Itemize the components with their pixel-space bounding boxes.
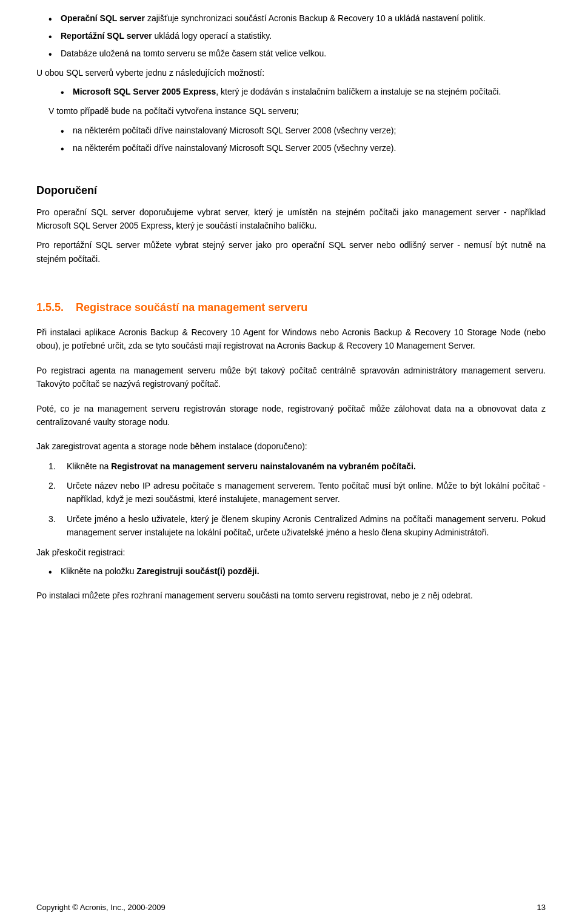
numbered-item-1: 1. Klikněte na Registrovat na management… <box>48 460 546 473</box>
footer-copyright: Copyright © Acronis, Inc., 2000-2009 <box>36 903 166 912</box>
nested-bullet-list: na některém počítači dříve nainstalovaný… <box>36 124 546 155</box>
nested-bullet2-text: na některém počítači dříve nainstalovaný… <box>73 143 396 153</box>
skip-bullet-list: Klikněte na položku Zaregistruji součást… <box>36 565 546 578</box>
opening-bullet-list: Operační SQL server zajišťuje synchroniz… <box>36 12 546 60</box>
section-para2: Po registraci agenta na management serve… <box>36 364 546 391</box>
footer: Copyright © Acronis, Inc., 2000-2009 13 <box>36 903 546 912</box>
skip-bullet-bold: Zaregistruji součást(i) později. <box>136 566 259 576</box>
sub-bullet1-rest: , který je dodáván s instalačním balíčke… <box>216 87 501 96</box>
numbered-list: 1. Klikněte na Registrovat na management… <box>36 460 546 540</box>
numbered-item1-text: Klikněte na <box>67 461 111 471</box>
num-3: 3. <box>48 512 56 526</box>
numbered-item-3: 3. Určete jméno a heslo uživatele, který… <box>48 512 546 540</box>
doporuceni-title: Doporučení <box>36 182 546 199</box>
page-container: Operační SQL server zajišťuje synchroniz… <box>0 0 582 924</box>
bullet2-rest: ukládá logy operací a statistiky. <box>152 31 272 41</box>
section-title: Registrace součástí na management server… <box>76 301 307 313</box>
bullet-item-1: Operační SQL server zajišťuje synchroniz… <box>48 12 546 25</box>
bullet1-bold: Operační SQL server <box>61 13 145 23</box>
section-para4: Jak zaregistrovat agenta a storage node … <box>36 440 546 453</box>
skip-bullet-item: Klikněte na položku Zaregistruji součást… <box>48 565 546 578</box>
nested-bullet-1: na některém počítači dříve nainstalovaný… <box>61 124 546 137</box>
bullet-item-3: Databáze uložená na tomto serveru se můž… <box>48 47 546 60</box>
numbered-item-2: 2. Určete název nebo IP adresu počítače … <box>48 479 546 506</box>
bullet3-text: Databáze uložená na tomto serveru se můž… <box>61 49 326 58</box>
num-1: 1. <box>48 460 56 473</box>
sub-bullet1-bold: Microsoft SQL Server 2005 Express <box>73 87 216 96</box>
bullet2-bold: Reportážní SQL server <box>61 31 152 41</box>
section-para3: Poté, co je na management serveru regist… <box>36 402 546 429</box>
nested-bullet1-text: na některém počítači dříve nainstalovaný… <box>73 126 396 135</box>
numbered-item1-bold: Registrovat na management serveru nainst… <box>111 461 416 471</box>
doporuceni-para1: Pro operační SQL server doporučujeme vyb… <box>36 206 546 233</box>
numbered-item2-text: Určete název nebo IP adresu počítače s m… <box>67 481 546 504</box>
section-number: 1.5.5. <box>36 301 64 313</box>
doporuceni-para2: Pro reportážní SQL server můžete vybrat … <box>36 238 546 266</box>
skip-bullet-text: Klikněte na položku <box>61 566 136 576</box>
para-vtomto: V tomto případě bude na počítači vytvoře… <box>36 104 546 118</box>
final-para: Po instalaci můžete přes rozhraní manage… <box>36 589 546 602</box>
bullet-item-2: Reportážní SQL server ukládá logy operac… <box>48 30 546 42</box>
nested-bullet-2: na některém počítači dříve nainstalovaný… <box>61 142 546 155</box>
footer-page-number: 13 <box>537 903 546 912</box>
bullet1-rest: zajišťuje synchronizaci součástí Acronis… <box>145 13 486 23</box>
sub-bullet-item-1: Microsoft SQL Server 2005 Express, který… <box>61 85 546 98</box>
section-heading: 1.5.5. Registrace součástí na management… <box>36 299 546 316</box>
skip-label: Jak přeskočit registraci: <box>36 546 546 559</box>
numbered-item3-text: Určete jméno a heslo uživatele, který je… <box>67 514 546 537</box>
section-para1: Při instalaci aplikace Acronis Backup & … <box>36 326 546 353</box>
para-sql-options: U obou SQL serverů vyberte jednu z násle… <box>36 66 546 79</box>
sub-bullet-list: Microsoft SQL Server 2005 Express, který… <box>36 85 546 98</box>
num-2: 2. <box>48 479 56 492</box>
